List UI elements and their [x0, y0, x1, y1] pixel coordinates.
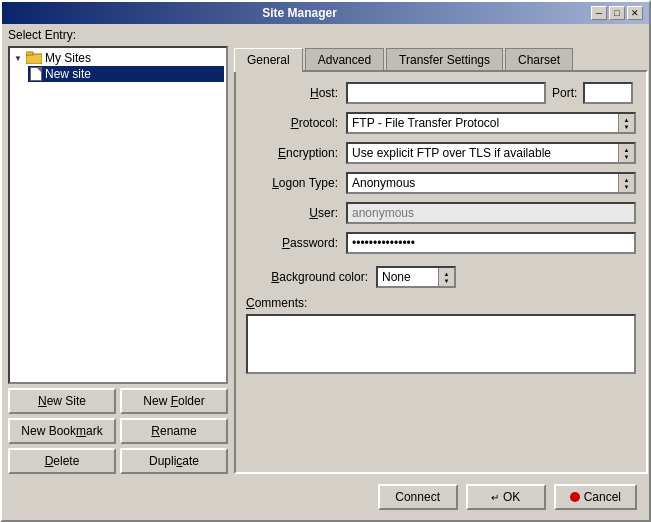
- site-manager-window: Site Manager ─ □ ✕ Select Entry: ▼: [0, 0, 651, 522]
- new-site-file-icon: [30, 67, 42, 81]
- host-input[interactable]: [346, 82, 546, 104]
- tree-view[interactable]: ▼ My Sites New site: [8, 46, 228, 384]
- duplicate-button[interactable]: Duplicate: [120, 448, 228, 474]
- password-row: Password:: [246, 232, 636, 254]
- delete-button[interactable]: Delete: [8, 448, 116, 474]
- logon-type-label: Logon Type:: [246, 176, 346, 190]
- logon-type-select[interactable]: Anonymous Normal Ask for password Intera…: [346, 172, 636, 194]
- bg-color-select-wrapper: None Red Green Blue Yellow: [376, 266, 456, 288]
- svg-rect-1: [26, 52, 33, 55]
- tab-content-general: Host: Port: Protocol: FTP - File Transfe…: [234, 70, 648, 474]
- tab-general[interactable]: General: [234, 48, 303, 72]
- select-entry-label: Select Entry:: [8, 28, 643, 42]
- encryption-row: Encryption: Use explicit FTP over TLS if…: [246, 142, 636, 164]
- tab-charset[interactable]: Charset: [505, 48, 573, 71]
- protocol-label: Protocol:: [246, 116, 346, 130]
- restore-button[interactable]: □: [609, 6, 625, 20]
- window-content: Select Entry: ▼ My Sites: [2, 24, 649, 520]
- tabs: General Advanced Transfer Settings Chars…: [234, 46, 648, 71]
- connect-button[interactable]: Connect: [378, 484, 458, 510]
- ok-label: OK: [503, 490, 520, 504]
- expand-icon: ▼: [14, 54, 26, 63]
- tree-indent: New site: [28, 66, 224, 82]
- connect-label: Connect: [395, 490, 440, 504]
- bg-color-select[interactable]: None Red Green Blue Yellow: [376, 266, 456, 288]
- tree-item-new-site[interactable]: New site: [28, 66, 224, 82]
- main-area: ▼ My Sites New site: [8, 46, 643, 474]
- ok-button[interactable]: ↵ OK: [466, 484, 546, 510]
- encryption-label: Encryption:: [246, 146, 346, 160]
- bg-color-label: Background color:: [246, 270, 376, 284]
- right-panel: General Advanced Transfer Settings Chars…: [234, 46, 648, 474]
- close-button[interactable]: ✕: [627, 6, 643, 20]
- title-bar-controls: ─ □ ✕: [591, 6, 643, 20]
- new-folder-button[interactable]: New Folder: [120, 388, 228, 414]
- tree-item-my-sites[interactable]: ▼ My Sites: [12, 50, 224, 66]
- user-input[interactable]: [346, 202, 636, 224]
- encryption-select[interactable]: Use explicit FTP over TLS if available R…: [346, 142, 636, 164]
- folder-icon: [26, 51, 42, 65]
- bottom-buttons: Connect ↵ OK Cancel: [8, 480, 643, 514]
- protocol-row: Protocol: FTP - File Transfer Protocol S…: [246, 112, 636, 134]
- left-panel: ▼ My Sites New site: [8, 46, 228, 474]
- comments-label: Comments:: [246, 296, 636, 310]
- cancel-icon: [570, 492, 580, 502]
- tab-transfer-settings[interactable]: Transfer Settings: [386, 48, 503, 71]
- port-input[interactable]: [583, 82, 633, 104]
- ok-icon: ↵: [491, 492, 499, 503]
- host-row: Host: Port:: [246, 82, 636, 104]
- tab-advanced[interactable]: Advanced: [305, 48, 384, 71]
- new-bookmark-button[interactable]: New Bookmark: [8, 418, 116, 444]
- host-label: Host:: [246, 86, 346, 100]
- cancel-button[interactable]: Cancel: [554, 484, 637, 510]
- cancel-label: Cancel: [584, 490, 621, 504]
- left-buttons: New Site New Folder New Bookmark Rename …: [8, 388, 228, 474]
- new-site-button[interactable]: New Site: [8, 388, 116, 414]
- protocol-select[interactable]: FTP - File Transfer Protocol SFTP - SSH …: [346, 112, 636, 134]
- comments-row: Comments:: [246, 296, 636, 374]
- port-label-text: Port:: [552, 86, 577, 100]
- password-label: Password:: [246, 236, 346, 250]
- logon-type-row: Logon Type: Anonymous Normal Ask for pas…: [246, 172, 636, 194]
- protocol-select-wrapper: FTP - File Transfer Protocol SFTP - SSH …: [346, 112, 636, 134]
- encryption-select-wrapper: Use explicit FTP over TLS if available R…: [346, 142, 636, 164]
- title-bar: Site Manager ─ □ ✕: [2, 2, 649, 24]
- bg-color-row: Background color: None Red Green Blue Ye…: [246, 266, 636, 288]
- password-input[interactable]: [346, 232, 636, 254]
- my-sites-label: My Sites: [45, 51, 91, 65]
- user-label: User:: [246, 206, 346, 220]
- new-site-label: New site: [45, 67, 91, 81]
- comments-textarea[interactable]: [246, 314, 636, 374]
- rename-button[interactable]: Rename: [120, 418, 228, 444]
- minimize-button[interactable]: ─: [591, 6, 607, 20]
- user-row: User:: [246, 202, 636, 224]
- window-title: Site Manager: [8, 6, 591, 20]
- logon-type-select-wrapper: Anonymous Normal Ask for password Intera…: [346, 172, 636, 194]
